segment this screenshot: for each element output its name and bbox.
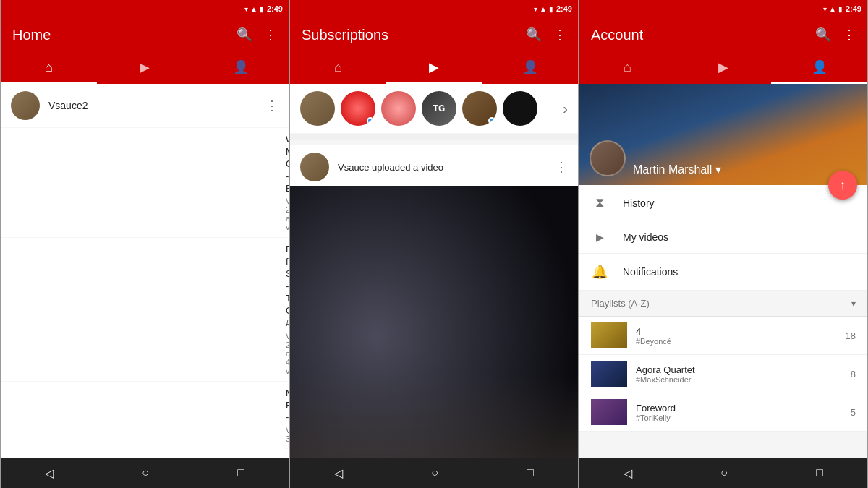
- account-dropdown-icon[interactable]: ▾: [715, 163, 721, 176]
- video-item-1[interactable]: 5:41 Wearable Mood Controller -- Mind Bl…: [1, 128, 289, 237]
- app-bar-actions-account: 🔍 ⋮: [815, 27, 856, 43]
- nav-home-home[interactable]: ○: [142, 466, 149, 479]
- tab-account-home[interactable]: 👤: [192, 52, 289, 84]
- sub-avatar-4[interactable]: TG: [422, 91, 456, 126]
- more-icon-subs[interactable]: ⋮: [553, 27, 566, 43]
- sub-channels-scroll[interactable]: TG ›: [290, 84, 578, 133]
- search-icon-subs[interactable]: 🔍: [526, 27, 542, 43]
- playlist-item-agora[interactable]: Agora Quartet #MaxSchneider 8: [579, 355, 867, 393]
- playlist-item-beyonce[interactable]: 4 #Beyoncé 18: [579, 317, 867, 355]
- upload-button[interactable]: ↑: [828, 171, 857, 200]
- account-content: Martin Marshall ▾ ↑ ⧗ History ▶ My video…: [579, 84, 867, 458]
- playlists-header: Playlists (A-Z) ▾: [579, 291, 867, 317]
- status-icons-subs: ▾ ▲ ▮: [534, 5, 553, 13]
- channel-row-vsauce2[interactable]: Vsauce2 ⋮: [1, 84, 289, 127]
- nav-recent-home[interactable]: □: [237, 466, 244, 479]
- nav-home-subs[interactable]: ○: [431, 466, 438, 479]
- account-avatar[interactable]: [590, 140, 626, 176]
- video-item-3[interactable]: 5:11 MONSTER EYEBALL -- LÜT #53 Vsauce23…: [1, 382, 289, 458]
- upload-icon: ↑: [840, 178, 846, 193]
- home-tab-icon: ⌂: [45, 60, 53, 75]
- tab-home-home[interactable]: ⌂: [1, 52, 97, 84]
- account-tab-icon-account: 👤: [812, 59, 827, 75]
- playlists-sort-icon[interactable]: ▾: [851, 299, 856, 309]
- search-icon-account[interactable]: 🔍: [815, 27, 831, 43]
- sub-dot-2: [367, 117, 374, 124]
- video-meta-2: Vsauce22 weeks ago · 488K views: [286, 332, 289, 375]
- signal-icon-account: ▲: [829, 5, 836, 13]
- menu-label-history: History: [623, 197, 655, 209]
- app-bar-home: Home 🔍 ⋮: [1, 17, 289, 52]
- nav-recent-account[interactable]: □: [816, 466, 823, 479]
- account-tab-icon: 👤: [233, 59, 249, 75]
- playlist-sub-foreword: #ToriKelly: [636, 414, 851, 422]
- playlist-count-agora: 8: [851, 369, 856, 380]
- feed-thumb-vsauce[interactable]: 11:48: [290, 186, 578, 458]
- wifi-icon-account: ▾: [823, 5, 827, 13]
- app-title-account: Account: [591, 27, 643, 43]
- channel-avatar-vsauce2: [11, 91, 40, 120]
- tab-home-subs[interactable]: ⌂: [290, 52, 386, 84]
- sub-dot-5: [488, 117, 495, 124]
- status-bar-home: ▾ ▲ ▮ 2:49: [1, 0, 289, 17]
- sub-avatar-3[interactable]: [381, 91, 416, 126]
- subs-tab-icon: ▶: [140, 59, 150, 75]
- more-icon-home[interactable]: ⋮: [264, 27, 277, 43]
- playlist-item-foreword[interactable]: Foreword #ToriKelly 5: [579, 393, 867, 432]
- tab-subs-home[interactable]: ▶: [97, 52, 193, 84]
- phone-home: ▾ ▲ ▮ 2:49 Home 🔍 ⋮ ⌂ ▶ 👤: [0, 0, 289, 488]
- app-container: ▾ ▲ ▮ 2:49 Home 🔍 ⋮ ⌂ ▶ 👤: [0, 0, 868, 488]
- search-icon-home[interactable]: 🔍: [237, 27, 252, 43]
- menu-item-myvideos[interactable]: ▶ My videos: [579, 221, 867, 254]
- status-icons: ▾ ▲ ▮: [244, 5, 264, 13]
- playlist-thumb-agora: [591, 361, 627, 387]
- feed-menu-vsauce[interactable]: ⋮: [555, 159, 568, 175]
- tab-home-account[interactable]: ⌂: [579, 52, 676, 84]
- separator-feed-1: [290, 134, 578, 140]
- playlist-info-beyonce: 4 #Beyoncé: [636, 326, 846, 346]
- playlist-sub-agora: #MaxSchneider: [636, 375, 851, 384]
- menu-item-history[interactable]: ⧗ History: [579, 185, 867, 221]
- sub-avatar-6[interactable]: [503, 91, 537, 126]
- menu-item-notifications[interactable]: 🔔 Notifications: [579, 254, 867, 291]
- status-bar-account: ▾ ▲ ▮ 2:49: [579, 0, 867, 17]
- tab-account-account[interactable]: 👤: [771, 52, 867, 84]
- status-time-subs: 2:49: [556, 4, 572, 13]
- feed-uploader-text-vsauce: Vsauce uploaded a video: [338, 162, 555, 173]
- playlist-sub-beyonce: #Beyoncé: [636, 337, 846, 346]
- tab-bar-account: ⌂ ▶ 👤: [579, 52, 867, 84]
- battery-icon: ▮: [260, 5, 264, 13]
- nav-home-account[interactable]: ○: [720, 466, 728, 479]
- channel-menu-vsauce2[interactable]: ⋮: [265, 98, 278, 114]
- nav-back-home[interactable]: ◁: [45, 466, 54, 480]
- nav-recent-subs[interactable]: □: [527, 466, 534, 479]
- nav-back-account[interactable]: ◁: [624, 466, 632, 480]
- tab-subs-subs[interactable]: ▶: [386, 52, 482, 84]
- account-user-row: Martin Marshall ▾: [590, 140, 857, 176]
- scroll-arrow[interactable]: ›: [563, 100, 568, 117]
- video-info-1: Wearable Mood Controller -- Mind Blow #9…: [286, 134, 289, 231]
- nav-back-subs[interactable]: ◁: [334, 466, 343, 480]
- playlist-count-beyonce: 18: [846, 330, 856, 341]
- sub-avatar-1[interactable]: [300, 91, 335, 126]
- signal-icon-subs: ▲: [540, 5, 547, 13]
- more-icon-account[interactable]: ⋮: [843, 27, 856, 43]
- tab-bar-subs: ⌂ ▶ 👤: [290, 52, 578, 84]
- playlist-name-foreword: Foreword: [636, 403, 851, 414]
- app-title-subs: Subscriptions: [302, 27, 388, 43]
- sub-avatar-5[interactable]: [462, 91, 497, 126]
- video-item-2[interactable]: 4:33 Dying for Science -- Thought Glass …: [1, 238, 289, 380]
- channel-name-vsauce2: Vsauce2: [48, 100, 265, 111]
- phone-account: ▾ ▲ ▮ 2:49 Account 🔍 ⋮ ⌂ ▶ 👤: [579, 0, 868, 488]
- menu-label-notifications: Notifications: [623, 266, 678, 278]
- app-bar-account: Account 🔍 ⋮: [579, 17, 867, 52]
- playlist-thumb-foreword: [591, 399, 627, 425]
- menu-label-myvideos: My videos: [623, 231, 668, 243]
- video-title-3: MONSTER EYEBALL -- LÜT #53: [286, 388, 289, 424]
- tab-subs-account[interactable]: ▶: [676, 52, 772, 84]
- tab-account-subs[interactable]: 👤: [482, 52, 578, 84]
- wifi-icon: ▾: [244, 5, 248, 13]
- playlists-title: Playlists (A-Z): [591, 298, 851, 309]
- status-bar-subs: ▾ ▲ ▮ 2:49: [290, 0, 578, 17]
- sub-avatar-2[interactable]: [341, 91, 375, 126]
